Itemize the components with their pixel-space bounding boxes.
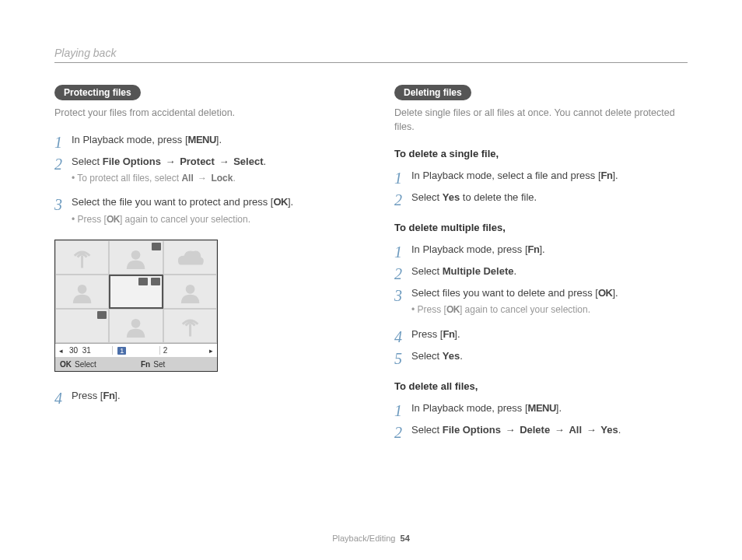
protecting-intro: Protect your files from accidental delet… (54, 107, 348, 121)
sec3-step2: 2 Select File Options → Delete → All → Y… (394, 423, 688, 440)
fn-glyph: Fn (601, 170, 613, 181)
thumb (163, 309, 217, 343)
fn-glyph: Fn (103, 390, 114, 401)
printer-badge (152, 243, 161, 250)
subhead-all: To delete all files, (394, 380, 688, 392)
thumbnail-grid (55, 240, 217, 343)
next-icon: ▸ (206, 347, 217, 355)
person-icon (64, 281, 100, 303)
sec2-step3-sub: Press [OK] again to cancel your selectio… (411, 303, 688, 317)
cloud-icon (172, 247, 208, 269)
step-body: In Playback mode, press [MENU]. (72, 133, 348, 150)
sec1-step1: 1 In Playback mode, select a file and pr… (394, 169, 688, 186)
thumb (55, 309, 109, 343)
left-step4: 4 Press [Fn]. (54, 389, 348, 406)
person-icon (172, 281, 208, 303)
palm-icon (172, 315, 208, 338)
fn-glyph: Fn (141, 360, 150, 369)
sec2-step1: 1 In Playback mode, press [Fn]. (394, 243, 688, 260)
thumb (163, 240, 217, 275)
svg-point-0 (131, 250, 141, 260)
protecting-pill: Protecting files (54, 85, 141, 100)
svg-point-1 (78, 285, 87, 294)
step-body: Select File Options → Protect → Select. … (72, 155, 348, 191)
sec3-step1: 1 In Playback mode, press [MENU]. (394, 401, 688, 418)
thumb (109, 309, 163, 343)
sec2-step3: 3 Select files you want to delete and pr… (394, 286, 688, 323)
page-footer: Playback/Editing 54 (0, 534, 742, 543)
prev-icon: ◂ (55, 347, 66, 355)
menu-glyph: MENU (528, 402, 556, 414)
left-step3: 3 Select the file you want to protect an… (54, 195, 348, 232)
menu-glyph: MENU (188, 134, 216, 145)
step-number: 3 (54, 195, 72, 232)
step-number: 1 (54, 133, 72, 150)
thumbnail-figure: ◂ 30 31 1 2 ▸ OKSelect FnSet (54, 240, 218, 372)
step-body: Select the file you want to protect and … (72, 195, 348, 232)
sec1-step2: 2 Select Yes to delete the file. (394, 191, 688, 208)
ok-glyph: OK (273, 196, 288, 208)
left-column: Protecting files Protect your files from… (54, 85, 348, 445)
thumb (55, 275, 109, 309)
ok-glyph: OK (60, 360, 72, 369)
page: Playing back Protecting files Protect yo… (0, 0, 742, 560)
step2-sub: To protect all files, select All → Lock. (72, 172, 348, 185)
thumb (109, 240, 163, 275)
step3-sub: Press [OK] again to cancel your selectio… (72, 213, 348, 226)
step-number: 2 (54, 155, 72, 191)
palm-icon (64, 247, 100, 269)
person-icon (117, 247, 154, 269)
right-column: Deleting files Delete single files or al… (394, 85, 688, 445)
svg-point-2 (185, 285, 194, 294)
deleting-pill: Deleting files (394, 85, 471, 100)
lock-badge (138, 278, 148, 285)
step-body: Press [Fn]. (72, 389, 348, 406)
printer-badge (151, 278, 160, 285)
sec2-step2: 2 Select Multiple Delete. (394, 264, 688, 282)
subhead-multiple: To delete multiple files, (394, 222, 688, 233)
content-columns: Protecting files Protect your files from… (54, 85, 688, 445)
thumb (163, 275, 217, 309)
ok-glyph: OK (598, 287, 613, 299)
svg-point-3 (131, 319, 141, 328)
sec2-step4: 4 Press [Fn]. (394, 327, 688, 345)
sec2-step5: 5 Select Yes. (394, 349, 688, 366)
person-icon (117, 315, 154, 338)
calendar-strip: ◂ 30 31 1 2 ▸ (55, 343, 217, 357)
thumb (55, 240, 109, 275)
step-number: 4 (54, 389, 72, 406)
printer-badge (97, 311, 107, 319)
left-step2: 2 Select File Options → Protect → Select… (54, 155, 348, 191)
deleting-intro: Delete single files or all files at once… (394, 107, 688, 134)
page-header: Playing back (54, 47, 688, 63)
fn-glyph: Fn (443, 328, 454, 340)
figure-footbar: OKSelect FnSet (55, 357, 217, 371)
subhead-single: To delete a single file, (394, 148, 688, 159)
header-title: Playing back (54, 47, 116, 59)
fn-glyph: Fn (528, 243, 540, 255)
thumb-selected (109, 275, 163, 309)
left-step1: 1 In Playback mode, press [MENU]. (54, 133, 348, 150)
